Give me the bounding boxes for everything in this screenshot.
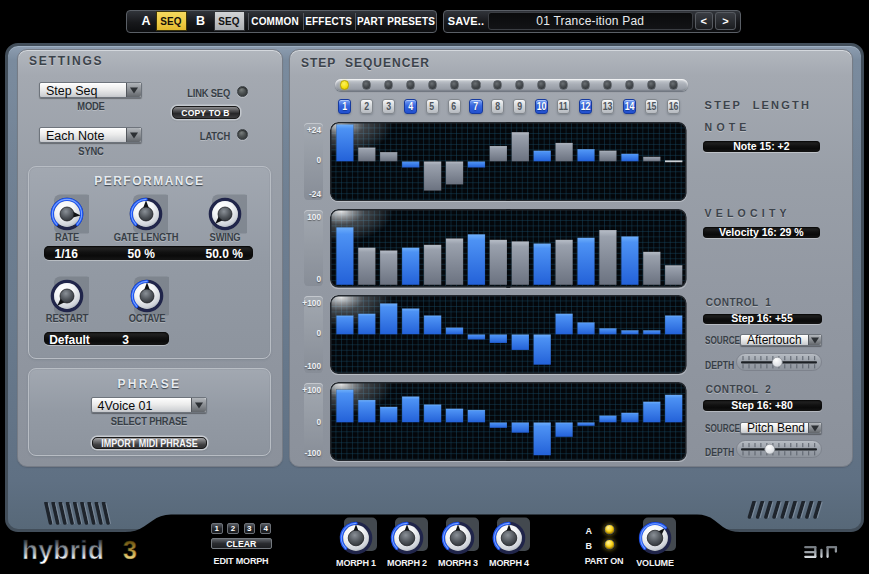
svg-text:3: 3 xyxy=(123,536,137,564)
svg-text:hybrid: hybrid xyxy=(22,535,104,565)
